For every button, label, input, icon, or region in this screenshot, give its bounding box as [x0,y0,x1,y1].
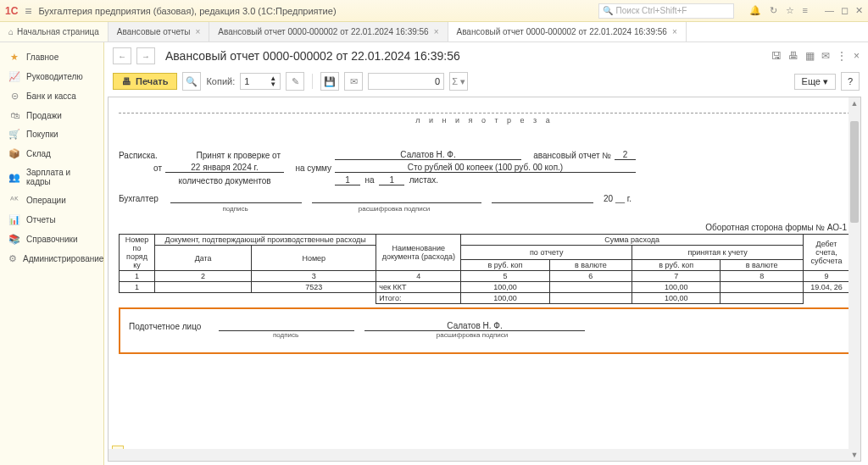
book-icon: 📚 [8,234,20,245]
box-icon: 📦 [8,148,20,159]
envelope-button[interactable]: ✉ [344,72,363,91]
home-icon: ⌂ [8,27,14,36]
sum-input[interactable]: 0 [368,73,444,90]
nav-purchases[interactable]: 🛒Покупки [0,125,103,144]
nav-ops[interactable]: ᴬᴷОперации [0,191,103,210]
cart-icon: 🛒 [8,129,20,140]
nav-sales[interactable]: 🛍Продажи [0,106,103,125]
help-button[interactable]: ? [841,72,860,91]
grid-icon[interactable]: ▦ [805,50,815,62]
nav-main[interactable]: ★Главное [0,47,103,67]
search-icon: 🔍 [603,6,613,15]
signature-line [170,202,302,203]
cut-line: л и н и я о т р е з а [119,113,850,125]
copies-label: Копий: [206,76,235,86]
print-button[interactable]: 🖶Печать [113,73,177,90]
nav-refs[interactable]: 📚Справочники [0,230,103,249]
sales-icon: 🛍 [8,110,20,120]
person-from: Салатов Н. Ф. [335,150,521,160]
close-icon[interactable]: ✕ [855,5,863,16]
forward-button[interactable]: → [136,47,155,64]
menu-icon[interactable]: ≡ [25,4,31,18]
nav-reports[interactable]: 📊Отчеты [0,210,103,230]
print-preview: л и н и я о т р е з а Расписка. Принят к… [108,97,861,462]
edit-button[interactable]: ✎ [286,72,304,91]
star-icon: ★ [8,52,20,63]
history-icon[interactable]: ↻ [770,5,777,16]
accountant-label: Бухгалтер [119,194,165,203]
nav-salary[interactable]: 👥Зарплата и кадры [0,163,103,191]
back-button[interactable]: ← [113,47,131,64]
reverse-side-label: Оборотная сторона формы № АО-1 [119,223,850,232]
bank-icon: ⊝ [8,91,20,102]
nav-stock[interactable]: 📦Склад [0,144,103,163]
star-icon[interactable]: ☆ [786,5,794,16]
bell-icon[interactable]: 🔔 [749,5,761,16]
close-tab-icon[interactable]: × [672,27,677,36]
nav-admin[interactable]: ⚙Администрирование [0,249,103,268]
disk-button[interactable]: 💾 [320,72,339,91]
more-button[interactable]: Еще▾ [794,74,836,90]
report-icon: 📊 [8,214,20,225]
preview-button[interactable]: 🔍 [182,72,201,91]
copies-input[interactable]: 1▲▼ [240,73,281,90]
minimize-icon[interactable]: — [825,5,834,16]
close-tab-icon[interactable]: × [434,27,439,36]
sum-text: Сто рублей 00 копеек (100 руб. 00 коп.) [335,163,636,173]
mail-icon[interactable]: ✉ [821,50,830,62]
horizontal-scrollbar[interactable] [108,449,849,461]
sigma-button[interactable]: Σ ▾ [449,72,468,91]
app-title: Бухгалтерия предприятия (базовая), редак… [39,6,337,16]
expense-table: Номер по поряд ку Документ, подтверждающ… [119,234,850,304]
tab-home[interactable]: ⌂Начальная страница [0,22,108,42]
receipt-label: Расписка. [119,151,165,160]
global-search[interactable]: 🔍 Поиск Ctrl+Shift+F [598,3,734,19]
report-number: 2 [615,150,636,160]
printer-icon: 🖶 [122,76,131,86]
ops-icon: ᴬᴷ [8,195,20,206]
highlighted-region: Подотчетное лицо Салатов Н. Ф. подпись р… [119,307,850,354]
tab-report-1[interactable]: Авансовый отчет 0000-000002 от 22.01.202… [209,22,448,42]
maximize-icon[interactable]: ◻ [841,5,849,16]
close-doc-icon[interactable]: × [854,50,860,62]
print-icon[interactable]: 🖶 [788,50,798,62]
person-name: Салатов Н. Ф. [364,321,585,331]
report-date: 22 января 2024 г. [165,163,284,173]
document-title: Авансовый отчет 0000-000002 от 22.01.202… [165,49,460,63]
vertical-scrollbar[interactable]: ▲▼ [849,97,860,461]
sidebar: ★Главное 📈Руководителю ⊝Банк и касса 🛍Пр… [0,42,104,465]
save-file-icon[interactable]: 🖫 [771,50,782,62]
lines-icon[interactable]: ≡ [803,5,808,16]
tab-advance-reports[interactable]: Авансовые отчеты× [108,22,209,42]
gear-icon: ⚙ [8,253,17,264]
decode-line [312,202,481,203]
date-line [492,202,593,203]
nav-bank[interactable]: ⊝Банк и касса [0,86,103,106]
close-tab-icon[interactable]: × [195,27,200,36]
more-dots-icon[interactable]: ⋮ [837,50,847,62]
people-icon: 👥 [8,172,20,183]
logo-1c: 1C [5,5,18,17]
table-total-row: Итого:100,00100,00 [120,293,850,304]
chart-icon: 📈 [8,71,20,82]
person-label: Подотчетное лицо [129,322,214,331]
search-placeholder: Поиск Ctrl+Shift+F [616,6,687,15]
tab-report-2[interactable]: Авансовый отчет 0000-000002 от 22.01.202… [448,22,687,42]
nav-head[interactable]: 📈Руководителю [0,67,103,86]
table-row: 17523чек ККТ100,00100,0019.04, 26 [120,282,850,293]
